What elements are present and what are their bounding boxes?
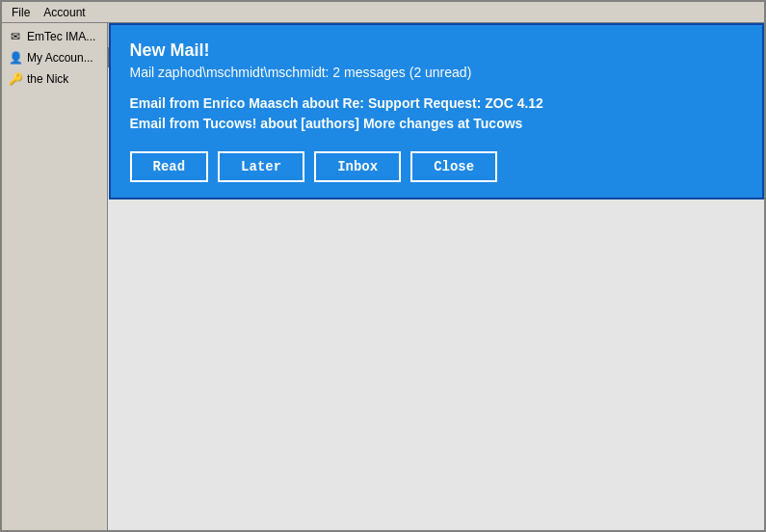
notification-subtitle: Mail zaphod\mschmidt\mschmidt: 2 message…: [130, 65, 743, 80]
sidebar-item-account[interactable]: 👤 My Accoun...: [4, 48, 105, 67]
main-window: File Account ✉ EmTec IMA... 👤 My Accoun.…: [0, 0, 766, 532]
later-button[interactable]: Later: [218, 151, 304, 182]
notification-email1: Email from Enrico Maasch about Re: Suppo…: [130, 93, 743, 114]
sidebar-item-nick-label: the Nick: [27, 72, 68, 86]
notification-buttons: Read Later Inbox Close: [130, 151, 743, 182]
read-button[interactable]: Read: [130, 151, 209, 182]
imap-icon: ✉: [8, 29, 23, 44]
notification-email2: Email from Tucows! about [authors] More …: [130, 114, 743, 134]
nick-icon: 🔑: [8, 71, 23, 87]
content-area: ✉ EmTec IMA... 👤 My Accoun... 🔑 the Nick…: [2, 23, 764, 530]
notification-overlay: New Mail! Mail zaphod\mschmidt\mschmidt:…: [108, 23, 764, 530]
account-icon: 👤: [8, 50, 23, 66]
notification-box: New Mail! Mail zaphod\mschmidt\mschmidt:…: [109, 23, 764, 200]
menu-account[interactable]: Account: [38, 4, 91, 21]
sidebar-item-nick[interactable]: 🔑 the Nick: [4, 69, 105, 89]
sidebar-item-imap-label: EmTec IMA...: [27, 30, 95, 43]
menu-bar: File Account: [2, 2, 764, 23]
notification-emails: Email from Enrico Maasch about Re: Suppo…: [130, 93, 743, 134]
sidebar-item-imap[interactable]: ✉ EmTec IMA...: [4, 27, 105, 46]
sidebar: ✉ EmTec IMA... 👤 My Accoun... 🔑 the Nick: [2, 23, 108, 530]
close-button[interactable]: Close: [410, 151, 497, 182]
right-panel: New Mail! Mail zaphod\mschmidt\mschmidt:…: [108, 23, 764, 530]
sidebar-item-account-label: My Accoun...: [27, 51, 93, 65]
inbox-button[interactable]: Inbox: [314, 151, 401, 182]
menu-file[interactable]: File: [6, 4, 36, 21]
notification-title: New Mail!: [130, 40, 743, 61]
